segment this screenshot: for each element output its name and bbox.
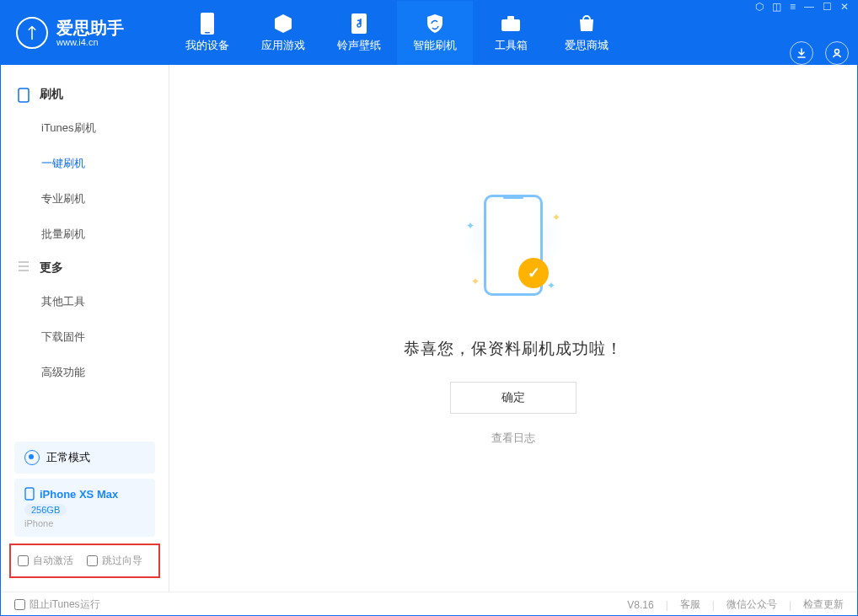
- sidebar-item-download-firmware[interactable]: 下载固件: [1, 319, 169, 355]
- sidebar: 刷机 iTunes刷机 一键刷机 专业刷机 批量刷机 更多 其他工具 下载固件 …: [1, 65, 169, 592]
- check-badge-icon: ✓: [518, 258, 549, 288]
- checkbox-label: 阻止iTunes运行: [29, 597, 100, 612]
- sparkle-icon: ✦: [547, 280, 555, 292]
- svg-rect-6: [19, 88, 29, 102]
- group-header-label: 刷机: [40, 87, 63, 102]
- user-button[interactable]: [825, 41, 849, 65]
- app-header: 爱思助手 www.i4.cn 我的设备 应用游戏 铃声壁纸 智能刷机 工具箱 爱…: [1, 1, 857, 65]
- tab-apps-games[interactable]: 应用游戏: [245, 1, 321, 65]
- tab-label: 我的设备: [185, 38, 229, 53]
- app-title: 爱思助手: [56, 19, 124, 37]
- view-log-link[interactable]: 查看日志: [491, 431, 535, 446]
- feedback-icon[interactable]: ◫: [772, 1, 781, 13]
- main-content: ✓ ✦ ✦ ✦ ✦ 恭喜您，保资料刷机成功啦！ 确定 查看日志: [169, 65, 857, 592]
- ok-button[interactable]: 确定: [450, 382, 576, 414]
- app-logo-icon: [16, 17, 48, 49]
- sidebar-group-flash: 刷机: [1, 78, 169, 110]
- app-body: 刷机 iTunes刷机 一键刷机 专业刷机 批量刷机 更多 其他工具 下载固件 …: [1, 65, 857, 592]
- sidebar-group-more: 更多: [1, 252, 169, 284]
- sidebar-item-itunes-flash[interactable]: iTunes刷机: [1, 110, 169, 146]
- list-icon: [18, 261, 31, 275]
- svg-rect-1: [205, 32, 210, 34]
- checkbox-label: 自动激活: [33, 554, 73, 568]
- mode-card[interactable]: 正常模式: [14, 442, 155, 474]
- sidebar-item-advanced[interactable]: 高级功能: [1, 355, 169, 390]
- cube-icon: [272, 13, 294, 35]
- logo-text: 爱思助手 www.i4.cn: [56, 19, 124, 47]
- success-illustration: ✓ ✦ ✦ ✦ ✦: [446, 178, 581, 313]
- service-link[interactable]: 客服: [680, 597, 700, 612]
- svg-rect-3: [501, 19, 520, 31]
- svg-point-5: [835, 50, 839, 54]
- close-button[interactable]: ✕: [840, 1, 849, 13]
- separator: |: [666, 599, 668, 611]
- music-file-icon: [348, 13, 370, 35]
- version-label: V8.16: [627, 599, 653, 611]
- tab-flash[interactable]: 智能刷机: [397, 1, 473, 65]
- download-button[interactable]: [790, 41, 813, 65]
- tab-label: 应用游戏: [261, 38, 305, 53]
- device-name-row: iPhone XS Max: [24, 487, 145, 501]
- phone-small-icon: [24, 487, 35, 501]
- separator: |: [712, 599, 715, 611]
- bag-icon: [576, 13, 598, 35]
- logo-area: 爱思助手 www.i4.cn: [1, 1, 169, 65]
- sidebar-item-oneclick-flash[interactable]: 一键刷机: [1, 146, 169, 181]
- svg-rect-4: [507, 16, 514, 20]
- tab-my-device[interactable]: 我的设备: [169, 1, 245, 65]
- svg-rect-0: [201, 13, 214, 35]
- minimize-button[interactable]: —: [804, 1, 814, 13]
- shirt-icon[interactable]: ⬡: [755, 1, 764, 13]
- sparkle-icon: ✦: [552, 212, 560, 223]
- auto-activate-checkbox[interactable]: 自动激活: [18, 554, 73, 568]
- sidebar-footer: 正常模式 iPhone XS Max 256GB iPhone 自动激活 跳过向…: [1, 426, 169, 592]
- separator: |: [789, 599, 791, 611]
- maximize-button[interactable]: ☐: [823, 1, 832, 13]
- device-name: iPhone XS Max: [40, 488, 118, 501]
- update-link[interactable]: 检查更新: [803, 597, 844, 612]
- device-icon: [196, 13, 218, 35]
- mode-label: 正常模式: [46, 450, 90, 465]
- tab-toolbox[interactable]: 工具箱: [473, 1, 549, 65]
- checkbox-label: 跳过向导: [102, 554, 142, 568]
- phone-icon: [18, 88, 31, 101]
- tab-ringtones[interactable]: 铃声壁纸: [321, 1, 397, 65]
- nav-tabs: 我的设备 应用游戏 铃声壁纸 智能刷机 工具箱 爱思商城: [169, 1, 625, 65]
- sparkle-icon: ✦: [466, 220, 475, 232]
- sidebar-item-pro-flash[interactable]: 专业刷机: [1, 181, 169, 217]
- device-capacity: 256GB: [24, 504, 67, 516]
- success-message: 恭喜您，保资料刷机成功啦！: [404, 338, 623, 360]
- skip-guide-checkbox[interactable]: 跳过向导: [87, 554, 142, 568]
- tab-label: 铃声壁纸: [337, 38, 381, 53]
- group-header-label: 更多: [40, 260, 63, 276]
- toolbox-icon: [500, 13, 522, 35]
- menu-icon[interactable]: ≡: [790, 1, 796, 13]
- sidebar-item-other-tools[interactable]: 其他工具: [1, 284, 169, 319]
- tab-store[interactable]: 爱思商城: [549, 1, 625, 65]
- mode-icon: [24, 450, 40, 465]
- highlighted-checkbox-row: 自动激活 跳过向导: [9, 544, 160, 578]
- tab-label: 智能刷机: [413, 38, 457, 53]
- wechat-link[interactable]: 微信公众号: [727, 597, 777, 612]
- device-type: iPhone: [24, 518, 145, 528]
- sidebar-item-batch-flash[interactable]: 批量刷机: [1, 217, 169, 252]
- status-bar: 阻止iTunes运行 V8.16 | 客服 | 微信公众号 | 检查更新: [1, 592, 857, 616]
- tab-label: 爱思商城: [565, 38, 609, 53]
- app-subtitle: www.i4.cn: [56, 37, 124, 47]
- device-card[interactable]: iPhone XS Max 256GB iPhone: [14, 479, 155, 537]
- sparkle-icon: ✦: [471, 276, 480, 287]
- window-controls: ⬡ ◫ ≡ — ☐ ✕: [755, 1, 849, 13]
- toolbar-right: ⬡ ◫ ≡ — ☐ ✕: [755, 1, 857, 65]
- svg-rect-7: [25, 488, 34, 500]
- shield-refresh-icon: [424, 13, 446, 35]
- block-itunes-checkbox[interactable]: 阻止iTunes运行: [14, 597, 100, 612]
- tab-label: 工具箱: [495, 38, 528, 53]
